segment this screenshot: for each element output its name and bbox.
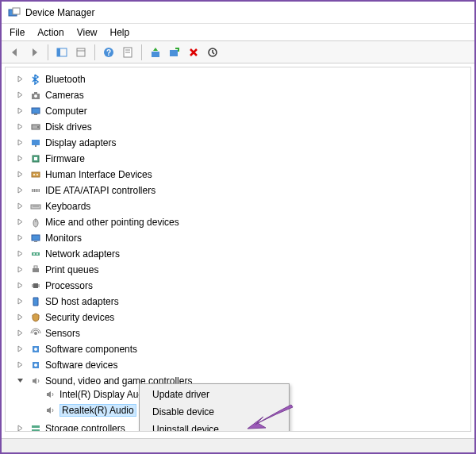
expand-icon[interactable] — [15, 154, 25, 164]
show-hide-button[interactable] — [53, 44, 71, 61]
tree-node[interactable]: Disk drives — [15, 121, 92, 133]
expand-icon[interactable] — [15, 170, 25, 179]
tree-node[interactable]: Storage controllers — [15, 422, 125, 433]
tree-node[interactable]: Intel(R) Display Audio — [29, 388, 151, 401]
tree-node-label: Network adapters — [45, 248, 120, 260]
tree-node-label: Mice and other pointing devices — [45, 217, 179, 228]
scan-hardware-button[interactable] — [166, 44, 183, 61]
tree-node[interactable]: Display adapters — [15, 137, 116, 149]
tree-node[interactable]: Realtek(R) Audio — [29, 404, 136, 417]
tree-node-label: Keyboards — [45, 201, 90, 212]
tree-node-label: Realtek(R) Audio — [60, 404, 136, 417]
expand-icon[interactable] — [15, 249, 25, 259]
expand-icon[interactable] — [15, 281, 25, 290]
svg-rect-54 — [32, 429, 40, 432]
expand-icon[interactable] — [15, 106, 25, 116]
expand-icon[interactable] — [15, 202, 25, 211]
tree-node[interactable]: Software devices — [15, 359, 117, 371]
tree-node[interactable]: Bluetooth — [15, 73, 86, 86]
tree-leaf-spacer — [29, 390, 39, 399]
svg-rect-43 — [33, 283, 38, 288]
svg-rect-25 — [32, 172, 40, 177]
expand-icon[interactable] — [15, 217, 25, 227]
sd-icon — [29, 295, 42, 308]
tree-node[interactable]: Network adapters — [15, 248, 120, 260]
speaker-icon — [44, 388, 56, 401]
window-title: Device Manager — [25, 7, 94, 18]
expand-icon[interactable] — [15, 90, 25, 100]
svg-rect-42 — [34, 266, 37, 268]
expand-icon[interactable] — [15, 313, 25, 322]
tree-node-label: Print queues — [45, 264, 98, 275]
svg-rect-22 — [35, 145, 36, 147]
expand-icon[interactable] — [15, 297, 25, 306]
svg-rect-53 — [32, 425, 40, 428]
properties-button[interactable] — [119, 44, 136, 61]
tree-node[interactable]: Print queues — [15, 264, 98, 276]
expand-icon[interactable] — [15, 344, 25, 354]
expand-icon[interactable] — [15, 138, 25, 148]
tree-node[interactable]: SD host adapters — [15, 295, 119, 308]
menu-help[interactable]: Help — [110, 27, 130, 38]
tree-node[interactable]: Human Interface Devices — [15, 168, 152, 181]
toolbar-separator — [94, 44, 95, 60]
enable-disable-button[interactable] — [204, 44, 221, 61]
tree-node-label: SD host adapters — [45, 296, 119, 307]
menu-action[interactable]: Action — [37, 27, 63, 38]
tree-node[interactable]: Processors — [15, 279, 93, 292]
software-icon — [29, 343, 42, 356]
svg-point-15 — [34, 94, 37, 98]
svg-rect-21 — [32, 140, 40, 145]
back-button[interactable] — [6, 44, 24, 61]
expand-icon[interactable] — [15, 424, 25, 433]
menu-view[interactable]: View — [77, 27, 98, 38]
monitor-icon — [29, 232, 42, 244]
device-tree[interactable]: BluetoothCamerasComputerDisk drivesDispl… — [5, 67, 471, 432]
menu-file[interactable]: File — [10, 27, 25, 38]
tree-node[interactable]: Monitors — [15, 232, 82, 244]
expand-icon[interactable] — [15, 360, 25, 370]
collapse-icon[interactable] — [15, 376, 25, 386]
expand-icon[interactable] — [15, 122, 25, 132]
svg-rect-16 — [34, 92, 37, 94]
uninstall-button[interactable] — [185, 44, 202, 61]
tree-node[interactable]: IDE ATA/ATAPI controllers — [15, 184, 155, 197]
titlebar: Device Manager — [2, 2, 474, 24]
svg-rect-24 — [34, 157, 37, 160]
tree-node[interactable]: Cameras — [15, 89, 84, 102]
tree-node-label: Processors — [45, 280, 93, 291]
tree-node-label: Sensors — [45, 328, 80, 339]
tree-node-label: Human Interface Devices — [45, 169, 152, 180]
tree-node[interactable]: Mice and other pointing devices — [15, 216, 179, 229]
help-button[interactable]: ? — [100, 44, 117, 61]
tree-node-label: Intel(R) Display Audio — [60, 389, 151, 400]
update-driver-button[interactable] — [147, 44, 164, 61]
tree-node-label: Software devices — [45, 360, 117, 371]
tree-node[interactable]: Software components — [15, 343, 137, 356]
expand-icon[interactable] — [15, 233, 25, 243]
svg-point-26 — [33, 174, 35, 175]
tree-node[interactable]: Sensors — [15, 327, 80, 340]
tree-node[interactable]: Computer — [15, 105, 87, 117]
tree-leaf-spacer — [29, 406, 39, 415]
tree-node[interactable]: Security devices — [15, 311, 114, 324]
forward-button[interactable] — [25, 44, 43, 61]
expand-icon[interactable] — [15, 186, 25, 195]
cpu-icon — [29, 279, 42, 292]
tree-node[interactable]: Keyboards — [15, 200, 90, 213]
svg-point-50 — [34, 348, 37, 351]
display-icon — [29, 137, 42, 149]
svg-point-48 — [34, 332, 37, 335]
expand-icon[interactable] — [15, 329, 25, 338]
toolbar-separator — [141, 44, 142, 60]
tree-node[interactable]: Firmware — [15, 152, 85, 165]
tree-node-label: IDE ATA/ATAPI controllers — [45, 185, 155, 196]
view-button[interactable] — [72, 44, 90, 61]
expand-icon[interactable] — [15, 75, 25, 84]
tree-node-label: Monitors — [45, 233, 82, 244]
svg-point-27 — [36, 174, 38, 175]
expand-icon[interactable] — [15, 265, 25, 275]
menubar: File Action View Help — [2, 24, 474, 41]
security-icon — [29, 311, 42, 324]
bluetooth-icon — [29, 73, 42, 86]
